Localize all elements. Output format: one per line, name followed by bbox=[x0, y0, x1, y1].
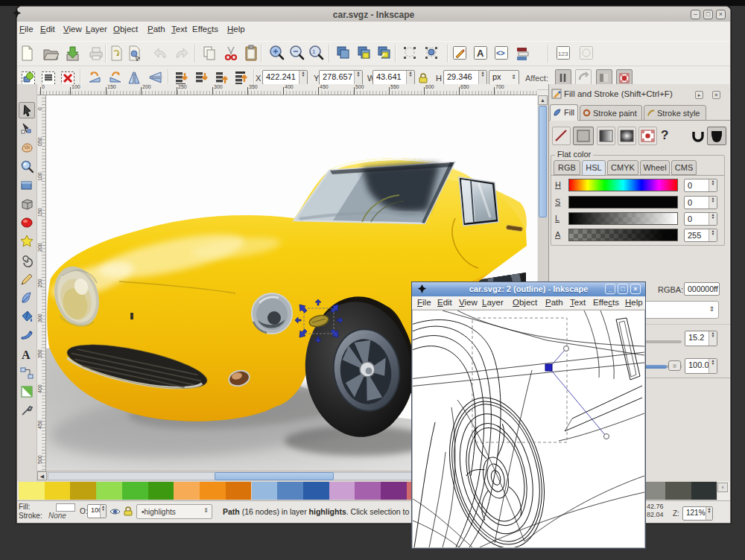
svg-text:A: A bbox=[477, 48, 484, 59]
svg-text:1: 1 bbox=[312, 48, 316, 55]
svg-text:<>: <> bbox=[496, 49, 505, 57]
svg-text:A: A bbox=[22, 349, 31, 361]
svg-text:123: 123 bbox=[558, 51, 568, 57]
